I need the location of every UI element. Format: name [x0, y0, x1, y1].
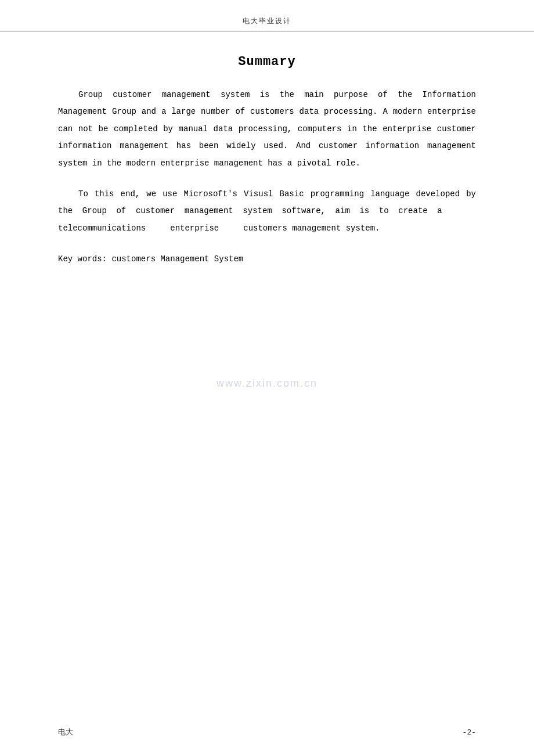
header-title: 电大毕业设计 — [243, 16, 291, 26]
content-area: Summary Group customer management system… — [0, 31, 534, 303]
summary-title: Summary — [58, 55, 476, 69]
watermark: www.zixin.com.cn — [217, 377, 317, 390]
page-header: 电大毕业设计 — [0, 0, 534, 31]
page-footer: 电大 -2- — [0, 727, 534, 737]
paragraph-2: To this end, we use Microsoft's Visusl B… — [58, 186, 476, 237]
footer-left: 电大 — [58, 727, 73, 737]
page: 电大毕业设计 Summary Group customer management… — [0, 0, 534, 756]
footer-right: -2- — [463, 728, 476, 737]
paragraph-1: Group customer management system is the … — [58, 87, 476, 172]
keywords: Key words: customers Management System — [58, 251, 476, 268]
